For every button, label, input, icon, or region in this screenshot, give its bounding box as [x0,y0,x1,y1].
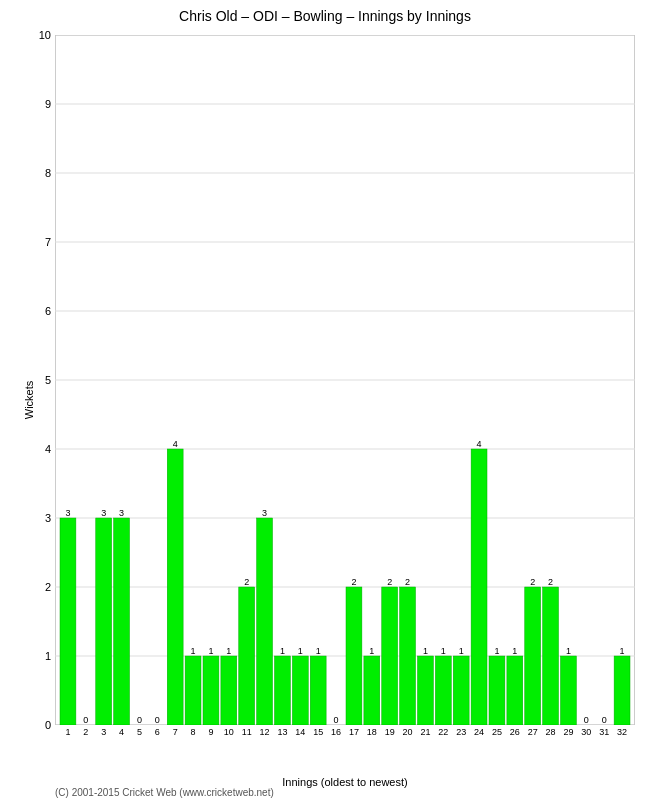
x-tick-21: 21 [417,727,433,737]
x-tick-26: 26 [507,727,523,737]
x-tick-31: 31 [596,727,612,737]
x-tick-18: 18 [364,727,380,737]
x-tick-7: 7 [167,727,183,737]
x-tick-16: 16 [328,727,344,737]
x-tick-22: 22 [435,727,451,737]
y-tick-7: 7 [31,236,51,248]
x-tick-6: 6 [149,727,165,737]
x-tick-5: 5 [131,727,147,737]
bar-chart [55,35,635,725]
x-tick-13: 13 [274,727,290,737]
x-tick-15: 15 [310,727,326,737]
x-tick-10: 10 [221,727,237,737]
x-tick-11: 11 [239,727,255,737]
x-tick-30: 30 [578,727,594,737]
x-tick-29: 29 [560,727,576,737]
y-tick-0: 0 [31,719,51,731]
y-tick-1: 1 [31,650,51,662]
y-axis-label: Wickets [23,381,35,420]
x-tick-4: 4 [114,727,130,737]
y-tick-10: 10 [31,29,51,41]
x-tick-24: 24 [471,727,487,737]
x-tick-19: 19 [382,727,398,737]
x-tick-25: 25 [489,727,505,737]
y-tick-6: 6 [31,305,51,317]
y-tick-8: 8 [31,167,51,179]
x-tick-14: 14 [292,727,308,737]
x-tick-28: 28 [543,727,559,737]
y-tick-3: 3 [31,512,51,524]
x-tick-20: 20 [400,727,416,737]
chart-title: Chris Old – ODI – Bowling – Innings by I… [0,0,650,28]
copyright-text: (C) 2001-2015 Cricket Web (www.cricketwe… [55,787,274,798]
x-tick-32: 32 [614,727,630,737]
y-tick-5: 5 [31,374,51,386]
x-tick-8: 8 [185,727,201,737]
x-tick-1: 1 [60,727,76,737]
x-tick-9: 9 [203,727,219,737]
y-tick-4: 4 [31,443,51,455]
y-tick-2: 2 [31,581,51,593]
y-tick-9: 9 [31,98,51,110]
x-tick-23: 23 [453,727,469,737]
x-axis-ticks: 1234567891011121314151617181920212223242… [55,727,635,747]
x-tick-27: 27 [525,727,541,737]
x-tick-12: 12 [257,727,273,737]
x-tick-2: 2 [78,727,94,737]
x-tick-17: 17 [346,727,362,737]
chart-container: Chris Old – ODI – Bowling – Innings by I… [0,0,650,800]
x-tick-3: 3 [96,727,112,737]
